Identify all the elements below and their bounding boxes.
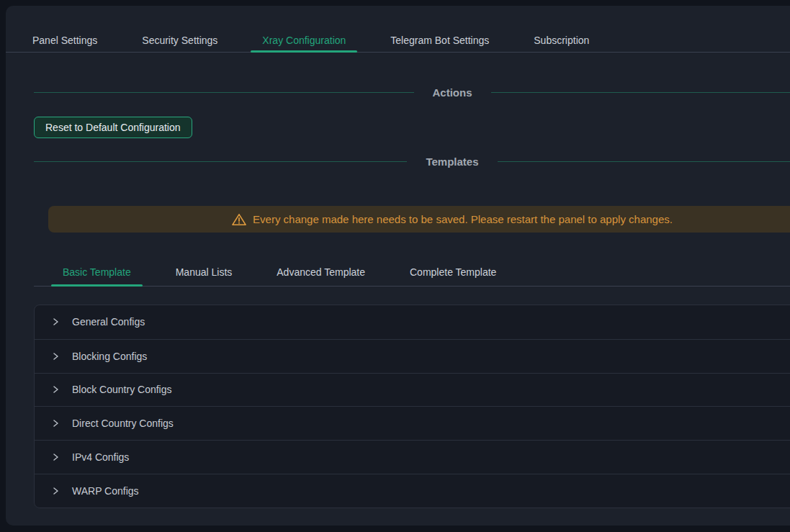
collapse-panel-label: Direct Country Configs: [72, 416, 174, 430]
chevron-right-icon: [51, 385, 60, 394]
templates-section-title: Templates: [426, 154, 478, 169]
reset-default-configuration-button[interactable]: Reset to Default Configuration: [34, 117, 192, 138]
collapse-panel-label: General Configs: [72, 315, 145, 329]
xray-settings-card: Panel Settings Security Settings Xray Co…: [6, 6, 790, 526]
divider-line: [491, 92, 790, 93]
tab-complete-template[interactable]: Complete Template: [398, 259, 508, 286]
chevron-right-icon: [51, 487, 60, 495]
collapse-panel-block-country-configs[interactable]: Block Country Configs: [35, 373, 790, 407]
collapse-panel-label: IPv4 Configs: [72, 450, 129, 464]
collapse-panel-general-configs[interactable]: General Configs: [35, 305, 790, 339]
collapse-panel-direct-country-configs[interactable]: Direct Country Configs: [35, 406, 790, 440]
chevron-right-icon: [51, 419, 60, 428]
template-tab-bar: Basic Template Manual Lists Advanced Tem…: [34, 259, 790, 287]
template-config-collapse-list: General Configs Blocking Configs Block C…: [34, 305, 790, 508]
settings-tab-bar: Panel Settings Security Settings Xray Co…: [6, 27, 790, 53]
collapse-panel-label: Block Country Configs: [72, 382, 172, 397]
tab-basic-template[interactable]: Basic Template: [51, 259, 143, 286]
collapse-panel-warp-configs[interactable]: WARP Configs: [35, 474, 790, 508]
tab-xray-configuration[interactable]: Xray Configuration: [251, 27, 357, 52]
collapse-panel-label: Blocking Configs: [72, 349, 147, 364]
chevron-right-icon: [51, 317, 60, 326]
divider-line: [498, 161, 790, 162]
divider-line: [34, 161, 407, 162]
chevron-right-icon: [51, 352, 60, 361]
collapse-panel-label: WARP Configs: [72, 484, 139, 498]
tab-manual-lists[interactable]: Manual Lists: [164, 259, 244, 286]
templates-section-divider: Templates: [34, 154, 790, 169]
tab-panel-settings[interactable]: Panel Settings: [21, 27, 109, 52]
tab-subscription[interactable]: Subscription: [522, 27, 601, 52]
actions-section-divider: Actions: [34, 85, 790, 100]
restart-warning-alert: Every change made here needs to be saved…: [48, 206, 790, 233]
collapse-panel-blocking-configs[interactable]: Blocking Configs: [35, 339, 790, 373]
collapse-panel-ipv4-configs[interactable]: IPv4 Configs: [35, 440, 790, 474]
tab-telegram-bot-settings[interactable]: Telegram Bot Settings: [379, 27, 501, 52]
actions-section-title: Actions: [433, 85, 472, 100]
tab-content: Actions Reset to Default Configuration T…: [34, 85, 790, 508]
restart-warning-text: Every change made here needs to be saved…: [253, 213, 673, 225]
chevron-right-icon: [51, 453, 60, 461]
divider-line: [34, 92, 414, 93]
warning-triangle-icon: [232, 213, 246, 226]
tab-advanced-template[interactable]: Advanced Template: [265, 259, 377, 286]
tab-security-settings[interactable]: Security Settings: [130, 27, 229, 52]
